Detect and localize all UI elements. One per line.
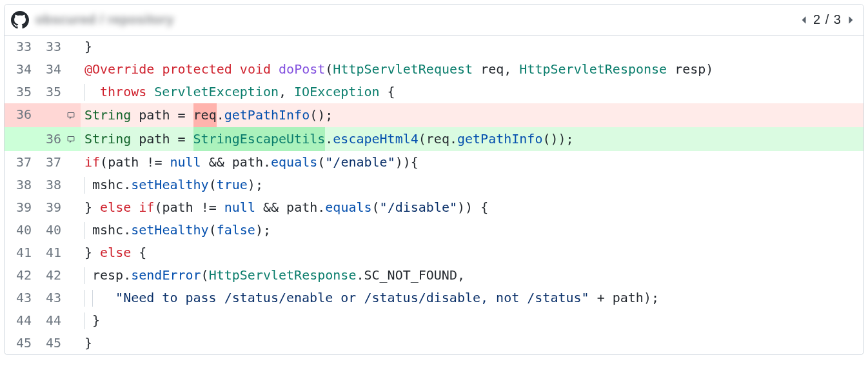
- diff-row: 3838 mshc.setHealthy(true);: [5, 174, 863, 196]
- code-cell[interactable]: mshc.setHealthy(true);: [81, 174, 863, 196]
- code-token: getPathInfo: [457, 128, 542, 150]
- old-line-number[interactable]: 44: [5, 309, 38, 332]
- diff-row: 4040 mshc.setHealthy(false);: [5, 219, 863, 241]
- code-cell[interactable]: resp.sendError(HttpServletResponse.SC_NO…: [81, 264, 863, 287]
- code-token: mshc.: [92, 219, 131, 241]
- code-token: void: [240, 58, 271, 81]
- repo-name[interactable]: obscured / repository: [35, 12, 174, 27]
- new-line-number[interactable]: 45: [38, 332, 65, 354]
- code-token: escapeHtml4: [333, 128, 418, 150]
- old-line-number[interactable]: 41: [5, 241, 38, 264]
- code-token: path =: [131, 104, 193, 127]
- new-line-number[interactable]: 39: [38, 196, 65, 219]
- code-cell[interactable]: }: [81, 309, 863, 332]
- code-token: @Override: [84, 58, 154, 81]
- code-token: );: [255, 219, 271, 241]
- code-token: (: [317, 151, 325, 174]
- old-line-number[interactable]: 42: [5, 264, 38, 287]
- code-cell[interactable]: String path = req.getPathInfo();: [81, 103, 863, 127]
- indent-guides: [84, 309, 92, 332]
- indent-guides: [84, 264, 92, 287]
- old-line-number[interactable]: 34: [5, 58, 38, 81]
- code-token: .: [217, 104, 224, 127]
- code-token: protected: [162, 58, 232, 81]
- diff-row: 36 String path = req.getPathInfo();: [5, 103, 863, 127]
- code-cell[interactable]: }: [81, 36, 863, 58]
- code-token: {: [380, 81, 395, 103]
- code-token: (path !=: [100, 151, 170, 174]
- new-line-number[interactable]: 40: [38, 219, 65, 241]
- old-line-number[interactable]: 39: [5, 196, 38, 219]
- code-cell[interactable]: String path = StringEscapeUtils.escapeHt…: [81, 127, 863, 151]
- indent-guides: [84, 81, 92, 103]
- code-token: doPost: [279, 58, 325, 81]
- code-cell[interactable]: } else if(path != null && path.equals("/…: [81, 196, 863, 219]
- old-line-number[interactable]: 35: [5, 81, 38, 103]
- diff-header: obscured / repository 2 / 3: [5, 5, 863, 36]
- code-token: .SC_NOT_FOUND,: [356, 264, 465, 287]
- code-token: .: [325, 128, 333, 150]
- next-icon[interactable]: [848, 15, 854, 25]
- code-token: [154, 58, 162, 81]
- code-token: mshc.: [92, 174, 131, 196]
- code-token: (: [209, 174, 217, 196]
- diff-row: 3939 } else if(path != null && path.equa…: [5, 196, 863, 219]
- code-token: ,: [279, 81, 294, 103]
- code-cell[interactable]: } else {: [81, 241, 863, 264]
- code-token: }: [84, 196, 100, 219]
- comment-icon[interactable]: [65, 136, 77, 143]
- new-line-number[interactable]: 34: [38, 58, 65, 81]
- code-cell[interactable]: if(path != null && path.equals("/enable"…: [81, 151, 863, 174]
- pager-counter: 2 / 3: [813, 12, 842, 27]
- pager: 2 / 3: [800, 12, 854, 27]
- old-line-number[interactable]: 43: [5, 287, 38, 309]
- code-cell[interactable]: }: [81, 332, 863, 354]
- diff-row: 3333}: [5, 36, 863, 58]
- code-token: ();: [310, 104, 333, 127]
- comment-icon[interactable]: [65, 112, 77, 119]
- new-line-number[interactable]: 38: [38, 174, 65, 196]
- old-line-number[interactable]: 45: [5, 332, 38, 354]
- code-token: else: [100, 241, 131, 264]
- code-token: [271, 58, 279, 81]
- code-token: }: [84, 241, 100, 264]
- new-line-number[interactable]: 41: [38, 241, 65, 264]
- old-line-number[interactable]: 38: [5, 174, 38, 196]
- new-line-number[interactable]: 44: [38, 309, 65, 332]
- code-token: + path);: [589, 287, 659, 309]
- new-line-number[interactable]: 37: [38, 151, 65, 174]
- old-line-number[interactable]: [5, 127, 38, 151]
- code-token: equals: [271, 151, 317, 174]
- diff-row: 4141 } else {: [5, 241, 863, 264]
- diff-frame: obscured / repository 2 / 3 3333}3434@Ov…: [4, 4, 864, 355]
- new-line-number[interactable]: 36: [38, 128, 65, 150]
- code-token: String: [84, 104, 131, 127]
- code-token: setHealthy: [131, 219, 208, 241]
- new-line-number[interactable]: 33: [38, 36, 65, 58]
- code-token: null: [224, 196, 255, 219]
- new-line-number[interactable]: 35: [38, 81, 65, 103]
- new-line-number[interactable]: 42: [38, 264, 65, 287]
- code-cell[interactable]: @Override protected void doPost(HttpServ…: [81, 58, 863, 81]
- code-cell[interactable]: "Need to pass /status/enable or /status/…: [81, 287, 863, 309]
- code-token: setHealthy: [131, 174, 208, 196]
- github-icon: [11, 11, 29, 29]
- code-token: IOException: [294, 81, 379, 103]
- code-cell[interactable]: throws ServletException, IOException {: [81, 81, 863, 103]
- indent-guides: [84, 174, 92, 196]
- old-line-number[interactable]: 36: [5, 103, 38, 127]
- code-token: )) {: [457, 196, 488, 219]
- old-line-number[interactable]: 40: [5, 219, 38, 241]
- code-token: )){: [395, 151, 419, 174]
- code-cell[interactable]: mshc.setHealthy(false);: [81, 219, 863, 241]
- old-line-number[interactable]: 33: [5, 36, 38, 58]
- svg-rect-0: [68, 112, 74, 117]
- diff-row: 3434@Override protected void doPost(Http…: [5, 58, 863, 81]
- code-token: HttpServletResponse: [209, 264, 357, 287]
- code-token: String: [84, 128, 131, 150]
- old-line-number[interactable]: 37: [5, 151, 38, 174]
- new-line-number[interactable]: 43: [38, 287, 65, 309]
- code-token: ServletException: [154, 81, 279, 103]
- indent-guides: [84, 287, 100, 309]
- prev-icon[interactable]: [800, 15, 807, 25]
